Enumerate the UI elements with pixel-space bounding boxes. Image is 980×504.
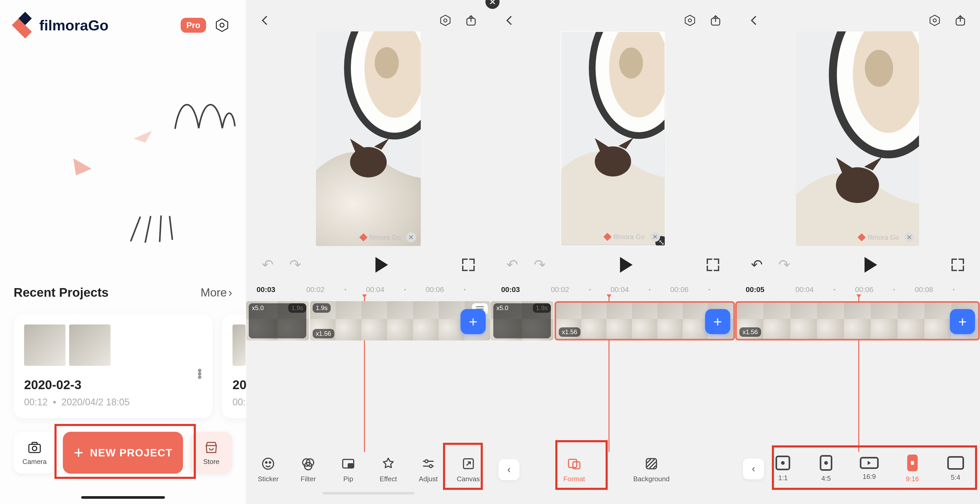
svg-line-49 [647, 459, 655, 467]
fullscreen-icon[interactable] [951, 258, 964, 271]
svg-point-23 [266, 462, 267, 463]
settings-hex-icon[interactable] [684, 14, 696, 28]
svg-marker-36 [685, 15, 695, 25]
add-clip-button[interactable]: + [950, 309, 975, 334]
current-time: 00:03 [501, 285, 520, 294]
svg-point-14 [444, 19, 447, 22]
play-button[interactable] [864, 257, 877, 273]
undo-icon[interactable]: ↶ [506, 257, 518, 273]
clip-selected[interactable]: x1.56 [735, 301, 980, 341]
undo-icon[interactable]: ↶ [262, 257, 274, 273]
svg-line-51 [653, 466, 656, 468]
home-screen: filmoraGo Pro Recent Projects More› 2020… [0, 0, 246, 504]
timeline[interactable]: 1.9s x5.0 1.9s x1.56 + [246, 301, 490, 342]
timeline-ruler[interactable]: 00:03 00:02 00:04 00:06 [491, 284, 735, 296]
watermark: filmora Go✕ [859, 232, 914, 242]
aspect-9-16[interactable]: 9:16 [895, 455, 930, 483]
new-project-button[interactable]: NEW PROJECT [63, 432, 183, 474]
back-icon[interactable] [748, 15, 760, 27]
svg-point-22 [262, 458, 274, 469]
scroll-indicator [323, 492, 414, 494]
home-indicator [81, 496, 165, 499]
store-button[interactable]: Store [190, 432, 232, 474]
settings-hex-icon[interactable] [439, 14, 452, 28]
back-icon[interactable] [259, 15, 271, 27]
tool-effect[interactable]: Effect [371, 456, 406, 483]
svg-marker-2 [134, 131, 152, 143]
watermark: filmora Go✕ [605, 232, 660, 242]
export-icon[interactable] [465, 14, 477, 28]
svg-marker-13 [441, 15, 450, 25]
svg-rect-8 [29, 444, 40, 452]
tool-pip[interactable]: Pip [331, 456, 366, 483]
tool-strip: Sticker Filter Pip Effect Adjust Canvas [246, 456, 490, 483]
video-preview[interactable]: filmora Go✕ [796, 32, 919, 246]
pro-badge[interactable]: Pro [181, 18, 206, 33]
svg-point-21 [375, 47, 399, 79]
project-menu-icon[interactable]: ••• [192, 368, 207, 378]
aspect-16-9[interactable]: 16:9 [851, 457, 887, 481]
project-thumbnails [24, 325, 202, 366]
svg-rect-29 [348, 464, 353, 468]
watermark-close-icon[interactable]: ✕ [904, 232, 914, 242]
project-meta: 00:12 • 2020/04/2 18:05 [24, 397, 202, 408]
svg-line-7 [170, 217, 172, 239]
timeline[interactable]: 1.9s x5.0 x1.56 + [491, 301, 735, 342]
settings-hex-icon[interactable] [928, 14, 941, 28]
toolstrip-back-icon[interactable]: ‹ [498, 459, 519, 480]
export-icon[interactable] [709, 14, 722, 28]
fullscreen-icon[interactable] [462, 258, 475, 271]
project-card[interactable]: 2020-02-3 00:12 • 2020/04/2 18:05 ••• [14, 314, 213, 418]
svg-marker-3 [73, 158, 92, 175]
aspect-5-4[interactable]: 5:4 [938, 456, 973, 482]
editor-screen-canvas: ✕ ⤡ filmora Go✕ ↶↶ 0 [491, 0, 735, 504]
play-button[interactable] [620, 257, 633, 273]
aspect-4-5[interactable]: 4:5 [808, 455, 844, 483]
redo-icon[interactable]: ↶ [778, 257, 790, 273]
tool-filter[interactable]: Filter [291, 456, 326, 483]
svg-marker-52 [930, 15, 939, 25]
watermark-close-icon[interactable]: ✕ [650, 232, 660, 242]
chevron-right-icon: › [228, 286, 232, 299]
play-button[interactable] [375, 257, 388, 273]
recent-projects-title: Recent Projects [14, 285, 109, 300]
tool-adjust[interactable]: Adjust [410, 456, 446, 483]
add-clip-button[interactable]: + [705, 309, 730, 334]
fullscreen-icon[interactable] [707, 258, 719, 271]
store-label: Store [203, 458, 220, 466]
svg-rect-10 [32, 442, 37, 444]
watermark-close-icon[interactable]: ✕ [406, 232, 416, 242]
redo-icon[interactable]: ↶ [534, 257, 546, 273]
add-clip-button[interactable]: + [461, 309, 486, 334]
clip[interactable]: 1.9s x5.0 [246, 301, 309, 341]
tool-sticker[interactable]: Sticker [251, 456, 286, 483]
timeline-ruler[interactable]: 00:05 00:04 00:06 00:08 [735, 284, 980, 296]
svg-point-31 [425, 460, 428, 463]
toolstrip-back-icon[interactable]: ‹ [743, 458, 764, 479]
timeline-ruler[interactable]: 00:03 00:02 00:04 00:06 [246, 284, 490, 296]
export-icon[interactable] [954, 14, 967, 28]
svg-point-33 [429, 465, 432, 468]
timeline[interactable]: x1.56 + [735, 301, 980, 342]
clip[interactable]: 1.9s x5.0 [491, 301, 554, 341]
tool-background[interactable]: Background [634, 456, 669, 483]
svg-point-24 [269, 462, 271, 463]
aspect-1-1[interactable]: 1:1 [765, 456, 801, 482]
back-icon[interactable] [504, 15, 515, 27]
redo-icon[interactable]: ↶ [289, 257, 301, 273]
svg-line-6 [160, 216, 161, 241]
video-preview-selected[interactable]: ⤡ filmora Go✕ [560, 32, 665, 246]
undo-icon[interactable]: ↶ [751, 257, 763, 273]
svg-line-48 [647, 459, 651, 463]
tool-canvas[interactable]: Canvas [450, 456, 486, 483]
settings-icon[interactable] [214, 17, 230, 33]
more-link[interactable]: More› [200, 286, 232, 299]
camera-button[interactable]: Camera [14, 432, 56, 474]
project-name: 2020-02-3 [24, 377, 202, 392]
svg-point-1 [220, 23, 224, 27]
tool-format[interactable]: Format [557, 456, 592, 483]
svg-point-44 [619, 48, 643, 79]
canvas-substrip: ‹ Format Background [491, 456, 735, 483]
svg-point-60 [865, 50, 893, 87]
video-preview[interactable]: filmora Go✕ [316, 32, 421, 246]
